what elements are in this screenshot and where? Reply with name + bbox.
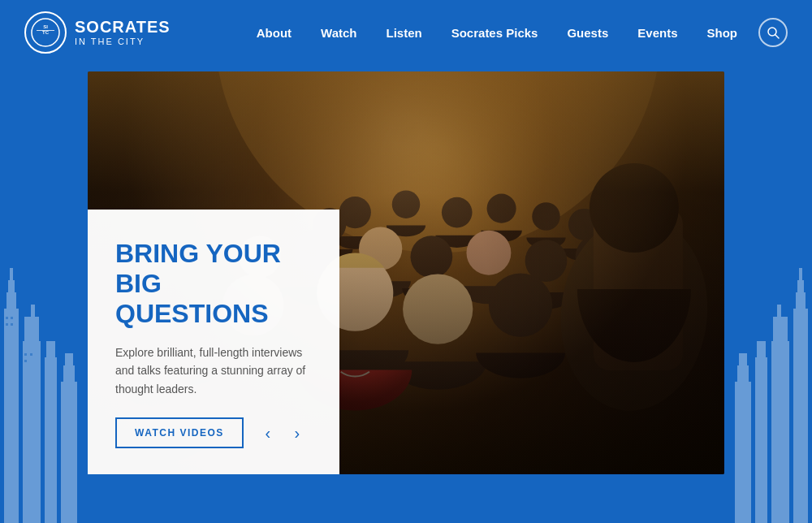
svg-rect-29: [737, 365, 749, 385]
carousel-arrows: ‹ ›: [257, 421, 309, 444]
main-nav: About Watch Listen Socrates Picks Guests…: [242, 0, 788, 65]
nav-socrates-picks[interactable]: Socrates Picks: [437, 0, 553, 65]
svg-rect-23: [771, 341, 789, 523]
svg-rect-10: [63, 365, 75, 385]
logo-text: SOCRATES IN THE CITY: [75, 17, 171, 47]
svg-rect-27: [757, 341, 766, 361]
card-actions: WATCH VIDEOS ‹ ›: [115, 417, 312, 448]
header: SI TC SOCRATES IN THE CITY About Watch L…: [0, 0, 812, 65]
svg-rect-6: [31, 305, 35, 319]
svg-rect-9: [61, 382, 77, 523]
svg-rect-15: [11, 323, 13, 326]
nav-watch[interactable]: Watch: [306, 0, 371, 65]
hero-heading-line2: BIG QUESTIONS: [115, 269, 268, 328]
nav-shop[interactable]: Shop: [693, 0, 753, 65]
prev-arrow-button[interactable]: ‹: [257, 421, 279, 444]
hero-heading-line1: BRING YOUR: [115, 239, 281, 268]
svg-rect-24: [773, 317, 788, 345]
svg-line-36: [775, 35, 779, 38]
svg-rect-18: [24, 360, 27, 362]
svg-rect-4: [23, 341, 41, 523]
logo-circle: SI TC: [24, 11, 67, 54]
brand-name: SOCRATES: [75, 17, 171, 37]
search-button[interactable]: [758, 18, 788, 47]
hero-body-text: Explore brilliant, full-length interview…: [115, 344, 312, 398]
svg-rect-12: [6, 317, 8, 319]
svg-text:SI: SI: [43, 24, 48, 29]
svg-rect-30: [739, 353, 747, 368]
skyline-left: [0, 65, 89, 523]
svg-rect-11: [65, 353, 73, 368]
svg-rect-25: [777, 305, 781, 319]
svg-rect-13: [11, 317, 13, 319]
brand-sub: IN THE CITY: [75, 37, 171, 47]
svg-rect-26: [755, 357, 767, 523]
svg-rect-22: [799, 268, 802, 283]
nav-listen[interactable]: Listen: [372, 0, 437, 65]
svg-rect-0: [4, 309, 19, 523]
svg-rect-17: [30, 353, 32, 356]
svg-rect-8: [46, 341, 55, 361]
nav-guests[interactable]: Guests: [552, 0, 623, 65]
svg-rect-16: [24, 353, 27, 356]
svg-rect-14: [6, 323, 8, 326]
svg-rect-19: [793, 309, 808, 523]
nav-events[interactable]: Events: [623, 0, 692, 65]
svg-rect-7: [45, 357, 57, 523]
logo[interactable]: SI TC SOCRATES IN THE CITY: [24, 11, 171, 54]
next-arrow-button[interactable]: ›: [286, 421, 309, 444]
hero-heading: BRING YOUR BIG QUESTIONS: [115, 239, 312, 328]
watch-videos-button[interactable]: WATCH VIDEOS: [115, 417, 244, 448]
svg-rect-3: [10, 268, 13, 283]
hero-content-card: BRING YOUR BIG QUESTIONS Explore brillia…: [88, 210, 339, 474]
svg-rect-5: [24, 317, 39, 345]
nav-about[interactable]: About: [242, 0, 306, 65]
svg-text:TC: TC: [42, 30, 50, 35]
skyline-right: [723, 65, 812, 523]
svg-rect-28: [735, 382, 751, 523]
